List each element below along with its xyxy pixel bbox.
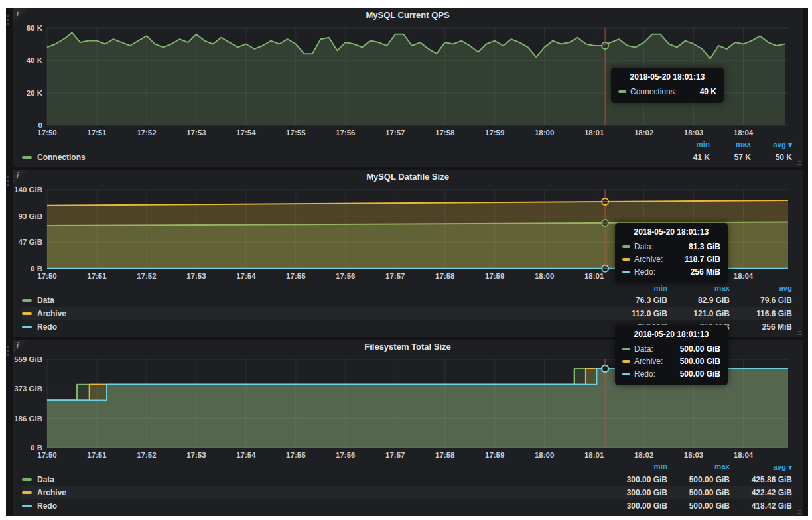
x-tick-label: 18:00 — [535, 129, 554, 137]
stat-avg: 418.42 GiB — [730, 501, 792, 511]
legend-series-toggle[interactable]: Redo — [22, 322, 57, 332]
chart-area-datafile[interactable]: 17:5017:5117:5217:5317:5417:5517:5617:57… — [13, 184, 803, 282]
legend-series-toggle[interactable]: Data — [22, 475, 54, 484]
legend-series-toggle[interactable]: Data — [22, 296, 54, 305]
x-tick-label: 17:58 — [435, 451, 455, 459]
chart-area-filesystem[interactable]: 17:5017:5117:5217:5317:5417:5517:5617:57… — [13, 354, 803, 461]
chart-area-qps[interactable]: 17:5017:5117:5217:5317:5417:5517:5617:57… — [13, 23, 803, 139]
x-tick-label: 18:03 — [684, 129, 703, 137]
x-tick-label: 18:03 — [684, 272, 703, 280]
panel-title[interactable]: MySQL Datafile Size — [13, 170, 803, 184]
series-color-dash — [22, 312, 32, 315]
x-tick-label: 17:59 — [485, 129, 504, 137]
legend-series-name: Redo — [37, 501, 57, 511]
stat-min: 256 MiB — [605, 322, 667, 332]
x-tick-label: 18:02 — [634, 272, 653, 280]
panel-drag-handle[interactable] — [7, 176, 10, 188]
legend-series-toggle[interactable]: Archive — [22, 309, 66, 318]
panel-filesystem-total-size: i Filesystem Total Size 17:5017:5117:521… — [13, 340, 803, 516]
stat-min: 300.00 GiB — [605, 475, 667, 484]
legend-sort-min[interactable]: min — [605, 462, 667, 472]
info-icon[interactable]: i — [17, 9, 19, 17]
hover-marker-archive — [602, 198, 608, 205]
legend-row-archive: Archive 112.0 GiB 121.0 GiB 116.6 GiB — [22, 307, 792, 320]
resize-handle[interactable] — [794, 328, 801, 335]
legend-header-row: min max avg — [22, 282, 792, 294]
series-color-dash — [22, 478, 32, 481]
legend-series-toggle[interactable]: Connections — [22, 153, 86, 162]
stat-avg: 50 K — [751, 153, 792, 162]
x-tick-label: 17:52 — [137, 451, 156, 459]
x-tick-label: 17:52 — [137, 272, 156, 280]
stat-avg: 116.6 GiB — [730, 309, 792, 318]
legend-sort-avg[interactable]: avg — [730, 284, 792, 292]
hover-marker-redo — [602, 365, 608, 372]
legend: min max avg ▾ Connections 41 K 57 K 50 K — [13, 139, 803, 167]
x-tick-label: 17:59 — [485, 272, 504, 280]
x-tick-label: 18:01 — [584, 129, 604, 137]
panel-title[interactable]: Filesystem Total Size — [13, 340, 803, 354]
resize-handle[interactable] — [794, 507, 801, 514]
legend-series-name: Archive — [37, 488, 66, 497]
stat-max: 500.00 GiB — [667, 488, 730, 497]
x-tick-label: 17:55 — [286, 129, 306, 137]
panel-title[interactable]: MySQL Current QPS — [13, 8, 803, 23]
info-icon[interactable]: i — [17, 341, 19, 349]
stat-min: 76.3 GiB — [605, 296, 667, 305]
dashboard-row-3: i Filesystem Total Size 17:5017:5117:521… — [6, 340, 808, 516]
x-tick-label: 18:01 — [584, 272, 604, 280]
legend-sort-avg[interactable]: avg ▾ — [751, 140, 792, 149]
panel-info-corner — [13, 170, 27, 184]
stat-max: 82.9 GiB — [667, 296, 730, 305]
chart-canvas[interactable]: 17:5017:5117:5217:5317:5417:5517:5617:57… — [13, 23, 803, 139]
x-tick-label: 18:01 — [584, 451, 604, 459]
chart-canvas[interactable]: 17:5017:5117:5217:5317:5417:5517:5617:57… — [13, 184, 803, 282]
x-tick-label: 17:55 — [286, 272, 306, 280]
stat-max: 256 MiB — [667, 322, 730, 332]
legend-sort-avg[interactable]: avg ▾ — [730, 462, 792, 472]
x-tick-label: 17:57 — [385, 272, 405, 280]
x-tick-label: 18:02 — [634, 129, 653, 137]
info-icon[interactable]: i — [17, 171, 19, 179]
legend-series-name: Data — [37, 296, 54, 305]
legend-sort-max[interactable]: max — [710, 140, 751, 149]
stat-avg: 79.6 GiB — [730, 296, 792, 305]
y-tick-label: 40 K — [27, 56, 43, 64]
legend: min max avg ▾ Data 300.00 GiB 500.00 GiB… — [13, 461, 803, 516]
series-fill-redo — [47, 369, 788, 448]
series-fill-archive — [47, 200, 788, 269]
panel-drag-handle[interactable] — [7, 15, 10, 27]
x-tick-label: 18:04 — [734, 451, 754, 459]
stat-max: 500.00 GiB — [667, 501, 730, 511]
panel-drag-handle[interactable] — [7, 346, 10, 358]
y-tick-label: 0 B — [31, 444, 42, 452]
stat-max: 121.0 GiB — [667, 309, 730, 318]
hover-marker-data — [602, 220, 608, 226]
x-tick-label: 18:02 — [634, 451, 653, 459]
dashboard-row-2: i MySQL Datafile Size 17:5017:5117:5217:… — [6, 170, 808, 337]
x-tick-label: 17:53 — [186, 272, 206, 280]
legend-sort-min[interactable]: min — [605, 284, 667, 292]
dashboard-row-1: i MySQL Current QPS 17:5017:5117:5217:53… — [6, 8, 808, 167]
stat-avg: 425.86 GiB — [730, 475, 792, 484]
panel-info-corner — [13, 8, 27, 23]
legend-series-toggle[interactable]: Archive — [22, 488, 66, 497]
legend-series-toggle[interactable]: Redo — [22, 501, 57, 511]
stat-avg: 256 MiB — [730, 322, 792, 332]
y-tick-label: 186 GiB — [14, 415, 42, 422]
legend-sort-max[interactable]: max — [667, 462, 730, 472]
x-tick-label: 17:50 — [37, 129, 56, 137]
legend-sort-max[interactable]: max — [667, 284, 730, 292]
x-tick-label: 17:54 — [236, 451, 256, 459]
series-color-dash — [22, 156, 32, 159]
series-color-dash — [22, 326, 32, 328]
x-tick-label: 17:54 — [236, 129, 256, 137]
legend-row-redo: Redo 300.00 GiB 500.00 GiB 418.42 GiB — [22, 499, 792, 513]
x-tick-label: 17:57 — [385, 129, 405, 137]
resize-handle[interactable] — [794, 159, 801, 165]
y-tick-label: 47 GiB — [19, 238, 42, 246]
legend-series-name: Connections — [37, 153, 86, 162]
stat-min: 300.00 GiB — [605, 501, 667, 511]
chart-canvas[interactable]: 17:5017:5117:5217:5317:5417:5517:5617:57… — [13, 354, 803, 461]
legend-sort-min[interactable]: min — [669, 140, 710, 149]
